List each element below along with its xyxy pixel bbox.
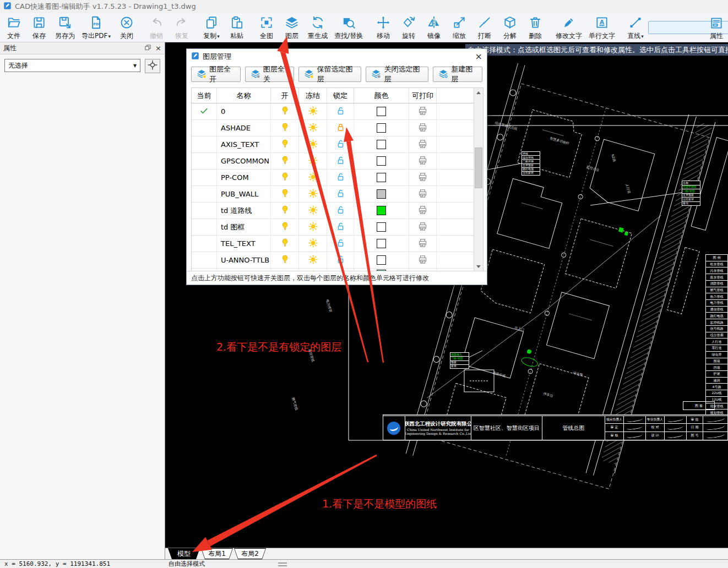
freeze-cell[interactable] [299, 186, 327, 202]
selection-dropdown[interactable]: 无选择 ▼ [4, 59, 140, 72]
freeze-cell[interactable] [299, 252, 327, 268]
dialog-button-keep-selected[interactable]: 保留选定图层 [298, 67, 361, 82]
toolbar-button-edit-text[interactable]: 修改文字 [552, 14, 585, 41]
on-cell[interactable] [271, 236, 299, 252]
current-cell[interactable] [192, 203, 217, 219]
float-panel-icon[interactable] [145, 45, 151, 52]
lock-cell[interactable] [327, 203, 354, 219]
toolbar-button-copy[interactable]: 复制▾ [199, 14, 224, 41]
current-cell[interactable] [192, 170, 217, 185]
freeze-cell[interactable] [299, 153, 327, 169]
toolbar-button-single-text[interactable]: A单行文字 [585, 14, 618, 41]
layer-name[interactable]: GPSCOMMON [217, 153, 271, 169]
print-cell[interactable] [409, 252, 437, 268]
print-cell[interactable] [409, 103, 437, 119]
layer-row-0[interactable]: 0 [192, 103, 474, 120]
current-cell[interactable] [192, 153, 217, 169]
layer-name[interactable]: td 道路线 [217, 203, 271, 219]
color-cell[interactable] [354, 219, 409, 235]
freeze-cell[interactable] [299, 136, 327, 152]
toolbar-button-save[interactable]: 保存 [26, 14, 52, 41]
print-cell[interactable] [409, 219, 437, 235]
toolbar-button-undo[interactable]: 撤销 [144, 14, 169, 41]
dialog-button-all-off[interactable]: 图层全关 [245, 67, 295, 82]
print-cell[interactable] [409, 186, 437, 202]
freeze-cell[interactable] [299, 103, 327, 119]
layer-row-ASHADE[interactable]: ASHADE [192, 120, 474, 136]
current-cell[interactable] [192, 219, 217, 235]
tab-layout1[interactable]: 布局1 [201, 548, 233, 559]
toolbar-button-fit-view[interactable]: 全图 [254, 14, 279, 41]
tab-model[interactable]: 模型 [168, 548, 200, 559]
toolbar-button-rotate[interactable]: 旋转 [396, 14, 421, 41]
toolbar-button-break[interactable]: 打断 [472, 14, 497, 41]
toolbar-button-layers[interactable]: 图层 [279, 14, 305, 41]
toolbar-button-save-as[interactable]: 另存为 [52, 14, 78, 41]
toolbar-button-export-pdf[interactable]: PDF导出PDF▾ [78, 14, 114, 41]
print-cell[interactable] [409, 236, 437, 252]
layer-name[interactable]: TEL_TEXT [217, 236, 271, 252]
layer-name[interactable]: U-ANNO-TTLB [217, 252, 271, 268]
color-cell[interactable] [354, 120, 409, 136]
print-cell[interactable] [409, 153, 437, 169]
print-cell[interactable] [409, 136, 437, 152]
toolbar-button-find-replace[interactable]: 查找/替换 [331, 14, 366, 41]
close-panel-icon[interactable]: × [155, 44, 161, 52]
layer-name[interactable]: AXIS_TEXT [217, 136, 271, 152]
column-header-0[interactable]: 当前 [192, 88, 217, 103]
toolbar-button-delete[interactable]: 删除 [523, 14, 548, 41]
toolbar-button-mirror[interactable]: 镜像 [421, 14, 447, 41]
layer-row-td 图框[interactable]: td 图框 [192, 219, 474, 236]
print-cell[interactable] [409, 120, 437, 136]
toolbar-button-move[interactable]: 移动 [371, 14, 396, 41]
toolbar-button-properties[interactable]: 属性 [648, 21, 728, 34]
column-header-5[interactable]: 颜色 [354, 88, 409, 103]
scrollbar-thumb[interactable] [475, 148, 482, 188]
color-cell[interactable] [354, 136, 409, 152]
lock-cell[interactable] [327, 153, 354, 169]
layer-row-td 道路线[interactable]: td 道路线 [192, 203, 474, 219]
color-cell[interactable] [354, 252, 409, 268]
print-cell[interactable] [409, 170, 437, 185]
current-cell[interactable] [192, 252, 217, 268]
dialog-button-close-selected[interactable]: 关闭选定图层 [366, 67, 428, 82]
freeze-cell[interactable] [299, 236, 327, 252]
layer-name[interactable]: PUB_WALL [217, 186, 271, 202]
lock-cell[interactable] [327, 186, 354, 202]
tab-layout2[interactable]: 布局2 [234, 548, 266, 559]
on-cell[interactable] [271, 203, 299, 219]
print-cell[interactable] [409, 203, 437, 219]
toolbar-button-explode[interactable]: 分解 [497, 14, 523, 41]
lock-cell[interactable] [327, 236, 354, 252]
column-header-2[interactable]: 开 [271, 88, 299, 103]
layer-name[interactable]: 0 [217, 103, 271, 119]
color-cell[interactable] [354, 236, 409, 252]
toolbar-button-regen[interactable]: 重生成 [305, 14, 331, 41]
status-lines-icon[interactable] [278, 562, 287, 566]
layer-name[interactable]: ASHADE [217, 120, 271, 136]
on-cell[interactable] [271, 136, 299, 152]
color-cell[interactable] [354, 153, 409, 169]
lock-cell[interactable] [327, 170, 354, 185]
layer-name[interactable]: td 图框 [217, 219, 271, 235]
lock-cell[interactable] [327, 252, 354, 268]
dialog-button-new-layer[interactable]: 新建图层 [433, 67, 482, 82]
layer-row-TEL_TEXT[interactable]: TEL_TEXT [192, 236, 474, 252]
column-header-4[interactable]: 锁定 [327, 88, 354, 103]
table-scrollbar[interactable] [474, 88, 483, 271]
on-cell[interactable] [271, 219, 299, 235]
on-cell[interactable] [271, 170, 299, 185]
lock-cell[interactable] [327, 120, 354, 136]
freeze-cell[interactable] [299, 170, 327, 185]
column-header-3[interactable]: 冻结 [299, 88, 327, 103]
layer-row-AXIS_TEXT[interactable]: AXIS_TEXT [192, 136, 474, 153]
column-header-6[interactable]: 可打印 [409, 88, 437, 103]
toolbar-button-close[interactable]: 关闭 [114, 14, 139, 41]
toolbar-button-scale[interactable]: 缩放 [447, 14, 472, 41]
lock-cell[interactable] [327, 136, 354, 152]
color-cell[interactable] [354, 103, 409, 119]
freeze-cell[interactable] [299, 120, 327, 136]
layer-name[interactable]: PP-COM [217, 170, 271, 185]
current-cell[interactable] [192, 136, 217, 152]
freeze-cell[interactable] [299, 203, 327, 219]
